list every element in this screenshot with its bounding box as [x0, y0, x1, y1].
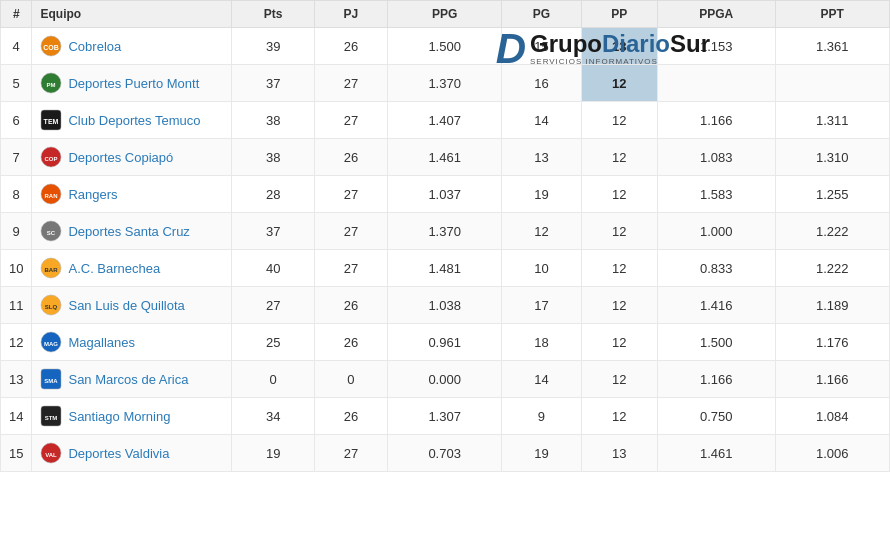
table-row: 4COBCobreloa39261.50015131.1531.361: [1, 28, 890, 65]
cell-pp: 12: [581, 213, 657, 250]
team-logo-icon: VAL: [40, 442, 62, 464]
standings-table: # Equipo Pts PJ PPG PG PP PPGA PPT 4COBC…: [0, 0, 890, 472]
cell-pts: 38: [232, 102, 314, 139]
table-header-row: # Equipo Pts PJ PPG PG PP PPGA PPT: [1, 1, 890, 28]
cell-pj: 26: [314, 324, 387, 361]
cell-team[interactable]: COBCobreloa: [32, 28, 232, 65]
col-ppga: PPGA: [657, 1, 775, 28]
cell-team[interactable]: STMSantiago Morning: [32, 398, 232, 435]
cell-ppga: 0.833: [657, 250, 775, 287]
table-row: 11SLQSan Luis de Quillota27261.03817121.…: [1, 287, 890, 324]
cell-team[interactable]: PMDeportes Puerto Montt: [32, 65, 232, 102]
cell-pp: 12: [581, 176, 657, 213]
cell-rank: 4: [1, 28, 32, 65]
team-logo-icon: RAN: [40, 183, 62, 205]
team-name-label: Deportes Copiapó: [68, 150, 173, 165]
svg-text:SLQ: SLQ: [45, 304, 58, 310]
table-row: 14STMSantiago Morning34261.3079120.7501.…: [1, 398, 890, 435]
cell-rank: 11: [1, 287, 32, 324]
cell-ppga: 1.083: [657, 139, 775, 176]
cell-ppg: 1.481: [387, 250, 501, 287]
cell-pp: 12: [581, 139, 657, 176]
cell-pj: 27: [314, 250, 387, 287]
cell-pg: 9: [502, 398, 581, 435]
team-logo-icon: TEM: [40, 109, 62, 131]
team-name-label: Deportes Puerto Montt: [68, 76, 199, 91]
team-logo-icon: PM: [40, 72, 62, 94]
cell-pj: 27: [314, 435, 387, 472]
cell-ppg: 1.037: [387, 176, 501, 213]
col-pts: Pts: [232, 1, 314, 28]
standings-table-container: D Grupo Diario Sur Servicios Informativo…: [0, 0, 890, 472]
cell-ppga: 1.500: [657, 324, 775, 361]
team-name-label: Santiago Morning: [68, 409, 170, 424]
cell-pg: 14: [502, 361, 581, 398]
svg-text:TEM: TEM: [44, 118, 59, 125]
cell-ppt: 1.222: [775, 250, 889, 287]
cell-pg: 12: [502, 213, 581, 250]
cell-rank: 8: [1, 176, 32, 213]
cell-ppga: 1.000: [657, 213, 775, 250]
cell-pg: 10: [502, 250, 581, 287]
cell-team[interactable]: COPDeportes Copiapó: [32, 139, 232, 176]
team-logo-icon: SMA: [40, 368, 62, 390]
cell-team[interactable]: RANRangers: [32, 176, 232, 213]
team-logo-icon: BAR: [40, 257, 62, 279]
cell-ppga: 1.416: [657, 287, 775, 324]
table-row: 13SMASan Marcos de Arica000.00014121.166…: [1, 361, 890, 398]
cell-ppg: 1.500: [387, 28, 501, 65]
table-row: 6TEMClub Deportes Temuco38271.40714121.1…: [1, 102, 890, 139]
cell-team[interactable]: SLQSan Luis de Quillota: [32, 287, 232, 324]
svg-text:COB: COB: [44, 44, 60, 51]
cell-pg: 19: [502, 176, 581, 213]
table-row: 8RANRangers28271.03719121.5831.255: [1, 176, 890, 213]
cell-team[interactable]: MAGMagallanes: [32, 324, 232, 361]
team-logo-icon: COP: [40, 146, 62, 168]
col-pg: PG: [502, 1, 581, 28]
cell-ppg: 1.370: [387, 65, 501, 102]
cell-pts: 19: [232, 435, 314, 472]
table-row: 12MAGMagallanes25260.96118121.5001.176: [1, 324, 890, 361]
cell-pg: 17: [502, 287, 581, 324]
cell-pg: 15: [502, 28, 581, 65]
col-pp: PP: [581, 1, 657, 28]
cell-team[interactable]: BARA.C. Barnechea: [32, 250, 232, 287]
table-row: 10BARA.C. Barnechea40271.48110120.8331.2…: [1, 250, 890, 287]
cell-rank: 12: [1, 324, 32, 361]
cell-pp: 12: [581, 102, 657, 139]
col-team: Equipo: [32, 1, 232, 28]
cell-pts: 25: [232, 324, 314, 361]
cell-pts: 40: [232, 250, 314, 287]
cell-ppg: 0.000: [387, 361, 501, 398]
cell-team[interactable]: TEMClub Deportes Temuco: [32, 102, 232, 139]
team-name-label: San Marcos de Arica: [68, 372, 188, 387]
cell-ppt: 1.361: [775, 28, 889, 65]
svg-text:VAL: VAL: [46, 452, 58, 458]
svg-text:COP: COP: [45, 156, 58, 162]
cell-ppga: 1.461: [657, 435, 775, 472]
cell-rank: 7: [1, 139, 32, 176]
cell-ppga: 1.166: [657, 361, 775, 398]
cell-team[interactable]: VALDeportes Valdivia: [32, 435, 232, 472]
svg-text:MAG: MAG: [44, 341, 58, 347]
table-row: 7COPDeportes Copiapó38261.46113121.0831.…: [1, 139, 890, 176]
cell-pj: 26: [314, 398, 387, 435]
col-pj: PJ: [314, 1, 387, 28]
cell-pj: 26: [314, 139, 387, 176]
cell-pp: 12: [581, 250, 657, 287]
cell-ppg: 1.461: [387, 139, 501, 176]
team-logo-icon: SLQ: [40, 294, 62, 316]
cell-ppt: [775, 65, 889, 102]
cell-ppt: 1.311: [775, 102, 889, 139]
cell-pj: 0: [314, 361, 387, 398]
cell-ppt: 1.084: [775, 398, 889, 435]
cell-ppg: 0.961: [387, 324, 501, 361]
team-name-label: Club Deportes Temuco: [68, 113, 200, 128]
svg-text:RAN: RAN: [45, 193, 58, 199]
cell-pp: 12: [581, 65, 657, 102]
cell-team[interactable]: SCDeportes Santa Cruz: [32, 213, 232, 250]
cell-pj: 27: [314, 102, 387, 139]
cell-team[interactable]: SMASan Marcos de Arica: [32, 361, 232, 398]
cell-ppt: 1.166: [775, 361, 889, 398]
cell-pp: 12: [581, 361, 657, 398]
